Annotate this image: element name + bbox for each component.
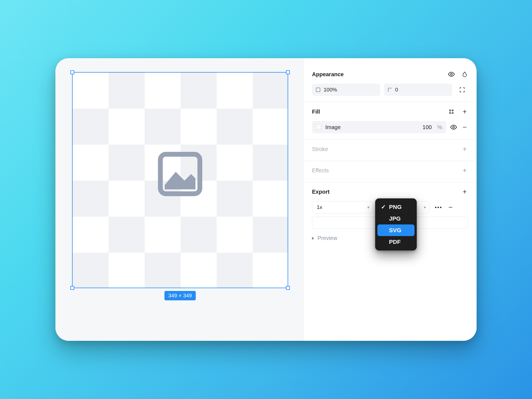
appearance-title: Appearance (312, 71, 344, 78)
fill-opacity-value[interactable]: 100 (423, 124, 432, 131)
corner-radius-icon (388, 88, 392, 92)
check-icon: ✓ (381, 204, 386, 210)
triangle-right-icon (312, 237, 314, 240)
app-window: 349 × 349 Appearance 100% (55, 58, 477, 341)
export-options-icon[interactable] (433, 207, 443, 208)
format-option-label: PDF (389, 239, 401, 245)
add-fill-icon[interactable] (461, 108, 468, 115)
opacity-input[interactable]: 100% (312, 84, 380, 96)
appearance-section: Appearance 100% 0 (304, 65, 477, 102)
visibility-icon[interactable] (448, 71, 455, 78)
chevron-down-icon: ▾ (367, 205, 369, 209)
dimensions-badge: 349 × 349 (164, 291, 196, 300)
preview-label: Preview (318, 235, 337, 241)
image-placeholder-icon (154, 148, 206, 202)
export-format-dropdown: ✓PNGJPGSVGPDF (375, 198, 417, 250)
resize-handle-top-right[interactable] (286, 70, 290, 74)
fill-section: Fill Image 100 % (304, 102, 477, 140)
effects-section: Effects (304, 161, 477, 182)
selected-frame[interactable]: 349 × 349 (72, 72, 288, 288)
format-option-png[interactable]: ✓PNG (377, 201, 415, 213)
fill-opacity-unit: % (437, 124, 442, 131)
remove-fill-icon[interactable] (461, 124, 468, 131)
add-effect-icon[interactable] (461, 167, 468, 174)
export-section: Export 1x ▾ ▾ (304, 182, 477, 247)
format-option-label: PNG (389, 204, 402, 210)
svg-point-1 (451, 73, 452, 75)
format-option-svg[interactable]: SVG (377, 224, 415, 236)
styles-icon[interactable] (448, 108, 455, 115)
chevron-down-icon: ▾ (424, 205, 426, 209)
svg-point-4 (449, 112, 451, 114)
independent-corners-icon[interactable] (456, 84, 468, 96)
effects-title: Effects (312, 167, 329, 174)
canvas-area[interactable]: 349 × 349 (55, 58, 303, 341)
export-scale-select[interactable]: 1x ▾ (312, 201, 373, 213)
add-stroke-icon[interactable] (461, 145, 468, 153)
opacity-value: 100% (324, 87, 337, 93)
fill-type-label: Image (325, 124, 419, 131)
corner-radius-value: 0 (395, 87, 398, 93)
resize-handle-bottom-left[interactable] (70, 286, 74, 290)
format-option-label: JPG (389, 215, 401, 222)
format-option-pdf[interactable]: PDF (377, 236, 415, 248)
fill-title: Fill (312, 109, 320, 115)
svg-point-5 (452, 112, 453, 114)
add-export-icon[interactable] (461, 188, 468, 195)
blend-drop-icon[interactable] (461, 71, 468, 78)
svg-point-2 (449, 110, 451, 111)
fill-visibility-icon[interactable] (450, 124, 457, 131)
export-scale-value: 1x (317, 204, 322, 210)
properties-sidebar: Appearance 100% 0 (303, 58, 477, 341)
remove-export-icon[interactable] (447, 204, 454, 211)
stroke-section: Stroke (304, 140, 477, 161)
corner-radius-input[interactable]: 0 (384, 84, 452, 96)
fill-entry[interactable]: Image 100 % (312, 121, 446, 133)
resize-handle-bottom-right[interactable] (286, 286, 290, 290)
svg-point-3 (452, 110, 453, 111)
svg-point-6 (453, 126, 455, 128)
stroke-title: Stroke (312, 146, 328, 152)
export-title: Export (312, 189, 329, 195)
format-option-label: SVG (389, 227, 401, 234)
resize-handle-top-left[interactable] (70, 70, 74, 74)
format-option-jpg[interactable]: JPG (377, 213, 415, 224)
opacity-icon (316, 88, 320, 92)
fill-swatch-icon[interactable] (316, 124, 321, 130)
